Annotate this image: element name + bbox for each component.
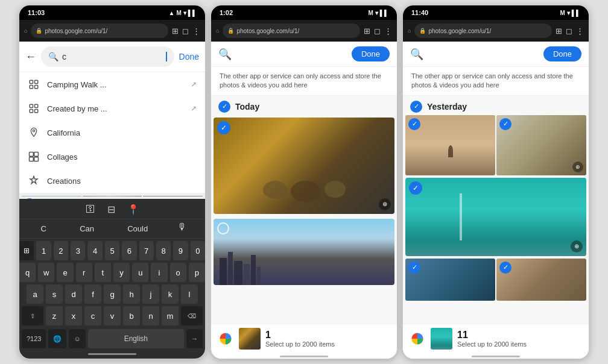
back-button[interactable]: ← bbox=[25, 51, 36, 63]
key-y[interactable]: y bbox=[113, 263, 130, 282]
pin-icon[interactable]: 📍 bbox=[127, 204, 139, 215]
home-icon-3[interactable]: ⌂ bbox=[408, 28, 411, 34]
svg-rect-6 bbox=[30, 110, 33, 113]
tab-icon-3[interactable]: ◻ bbox=[566, 27, 572, 36]
search-icon: 🔍 bbox=[48, 52, 59, 61]
suggestion-could[interactable]: Could bbox=[124, 222, 151, 236]
section-header-3: ✓ Yesterday bbox=[403, 96, 589, 115]
key-f[interactable]: f bbox=[84, 284, 101, 304]
autocomplete-item-camping[interactable]: Camping Walk ... ↗ bbox=[19, 72, 205, 96]
key-9[interactable]: 9 bbox=[173, 241, 188, 260]
space-key[interactable]: English bbox=[88, 329, 184, 348]
status-icons-1: ▲ M ▾ ▌▌ bbox=[169, 10, 197, 16]
mic-icon[interactable]: 🎙 bbox=[177, 222, 187, 236]
key-v[interactable]: v bbox=[104, 306, 121, 325]
key-a[interactable]: a bbox=[27, 284, 43, 304]
key-3[interactable]: 3 bbox=[71, 241, 85, 260]
backspace-key[interactable]: ⌫ bbox=[181, 306, 203, 325]
done-button-3[interactable]: Done bbox=[543, 46, 581, 61]
menu-icon[interactable]: ⋮ bbox=[192, 27, 200, 36]
search-icon-3[interactable]: 🔍 bbox=[410, 48, 423, 61]
translate-icon-3[interactable]: ⊞ bbox=[556, 27, 562, 36]
search-icon-2[interactable]: 🔍 bbox=[218, 48, 232, 61]
key-j[interactable]: j bbox=[142, 284, 159, 304]
key-7[interactable]: 7 bbox=[139, 241, 154, 260]
section-check-2[interactable]: ✓ bbox=[218, 101, 230, 113]
browser-bar-1: ⌂ 🔒 photos.google.com/u/1/ ⊞ ◻ ⋮ bbox=[19, 20, 205, 42]
autocomplete-item-created[interactable]: Created by me ... ↗ bbox=[19, 96, 205, 121]
photo-strip: ✓ bbox=[19, 193, 205, 199]
key-q[interactable]: q bbox=[19, 263, 36, 282]
translate-icon[interactable]: ⊞ bbox=[172, 27, 179, 36]
aerial-zoom[interactable]: ⊕ bbox=[571, 240, 583, 253]
suggestion-c[interactable]: C bbox=[37, 222, 50, 236]
autocomplete-item-creations[interactable]: Creations bbox=[19, 169, 205, 193]
bottom-photo-2[interactable]: ✓ bbox=[496, 259, 586, 301]
key-h[interactable]: h bbox=[123, 284, 140, 304]
autocomplete-item-california[interactable]: California bbox=[19, 121, 205, 145]
key-2[interactable]: 2 bbox=[54, 241, 68, 260]
url-bar-2[interactable]: 🔒 photos.google.com/u/1/ bbox=[223, 24, 360, 38]
battery-icon-3: ▌▌ bbox=[572, 10, 580, 16]
home-icon-2[interactable]: ⌂ bbox=[216, 28, 219, 34]
key-s[interactable]: s bbox=[46, 284, 63, 304]
key-icon[interactable]: ⚿ bbox=[86, 204, 95, 215]
beach-photo-1[interactable]: ✓ bbox=[405, 115, 495, 175]
key-b[interactable]: b bbox=[123, 306, 140, 325]
translate-icon-2[interactable]: ⊞ bbox=[364, 27, 370, 36]
bottom-photo-1[interactable]: ✓ bbox=[405, 259, 495, 301]
key-t[interactable]: t bbox=[95, 263, 111, 282]
suggestion-can[interactable]: Can bbox=[76, 222, 98, 236]
svg-rect-2 bbox=[30, 86, 33, 89]
aerial-photo[interactable]: ✓ ⊕ bbox=[405, 178, 586, 256]
beach-zoom-2[interactable]: ⊕ bbox=[572, 162, 583, 172]
search-input[interactable]: c bbox=[62, 52, 162, 61]
key-m[interactable]: m bbox=[162, 306, 179, 325]
key-w[interactable]: w bbox=[38, 263, 54, 282]
menu-icon-2[interactable]: ⋮ bbox=[384, 27, 392, 36]
key-8[interactable]: 8 bbox=[156, 241, 171, 260]
key-i[interactable]: i bbox=[151, 263, 167, 282]
key-apps[interactable]: ⊞ bbox=[19, 241, 34, 260]
key-g[interactable]: g bbox=[104, 284, 121, 304]
key-d[interactable]: d bbox=[65, 284, 82, 304]
tab-icon[interactable]: ◻ bbox=[182, 27, 189, 36]
key-e[interactable]: e bbox=[57, 263, 73, 282]
url-bar-3[interactable]: 🔒 photos.google.com/u/1/ bbox=[414, 24, 552, 38]
num-key[interactable]: ?123 bbox=[22, 329, 46, 348]
section-check-3[interactable]: ✓ bbox=[410, 101, 422, 113]
key-p[interactable]: p bbox=[189, 263, 205, 282]
shift-key[interactable]: ⇧ bbox=[22, 306, 43, 325]
clipboard-icon[interactable]: ⊟ bbox=[107, 204, 115, 215]
key-x[interactable]: x bbox=[65, 306, 82, 325]
url-bar-1[interactable]: 🔒 photos.google.com/u/1/ bbox=[31, 24, 168, 38]
beach-photo-2[interactable]: ✓ ⊕ bbox=[496, 115, 586, 175]
key-o[interactable]: o bbox=[170, 263, 186, 282]
tab-icon-2[interactable]: ◻ bbox=[374, 27, 381, 36]
emoji-icon[interactable]: ☺ bbox=[69, 329, 85, 348]
key-l[interactable]: l bbox=[181, 284, 198, 304]
autocomplete-item-collages[interactable]: Collages bbox=[19, 145, 205, 169]
bottom-check-2: ✓ bbox=[499, 262, 511, 274]
done-button-2[interactable]: Done bbox=[352, 46, 390, 61]
key-k[interactable]: k bbox=[162, 284, 179, 304]
globe-icon[interactable]: 🌐 bbox=[48, 329, 66, 348]
key-5[interactable]: 5 bbox=[105, 241, 119, 260]
key-z[interactable]: z bbox=[46, 306, 63, 325]
key-1[interactable]: 1 bbox=[36, 241, 51, 260]
key-6[interactable]: 6 bbox=[122, 241, 136, 260]
done-button-1[interactable]: Done bbox=[179, 52, 199, 61]
city-photo[interactable] bbox=[214, 219, 394, 285]
home-icon[interactable]: ⌂ bbox=[24, 28, 27, 34]
key-u[interactable]: u bbox=[132, 263, 148, 282]
key-c[interactable]: c bbox=[84, 306, 101, 325]
key-n[interactable]: n bbox=[142, 306, 159, 325]
search-input-box[interactable]: 🔍 c bbox=[41, 46, 174, 67]
key-r[interactable]: r bbox=[76, 263, 92, 282]
album-thumb-img-3 bbox=[431, 328, 452, 350]
enter-key[interactable]: → bbox=[186, 329, 203, 348]
key-4[interactable]: 4 bbox=[87, 241, 102, 260]
food-photo[interactable]: ✓ ⊕ bbox=[214, 118, 394, 214]
menu-icon-3[interactable]: ⋮ bbox=[576, 27, 584, 36]
key-0[interactable]: 0 bbox=[191, 241, 205, 260]
